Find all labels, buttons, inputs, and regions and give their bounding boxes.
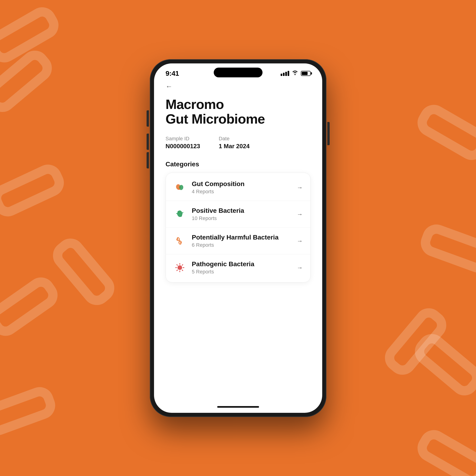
category-potentially-harmful[interactable]: Potentially Harmful Bacteria 6 Reports → (166, 228, 310, 254)
categories-title: Categories (166, 161, 311, 168)
svg-point-2 (178, 188, 180, 190)
gut-composition-count: 4 Reports (192, 189, 297, 195)
svg-point-4 (177, 211, 179, 213)
potentially-harmful-icon (173, 234, 186, 247)
positive-bacteria-name: Positive Bacteria (192, 207, 297, 214)
svg-line-7 (182, 212, 183, 213)
potentially-harmful-arrow: → (297, 238, 303, 245)
date-block: Date 1 Mar 2024 (219, 136, 250, 150)
svg-line-14 (177, 265, 177, 265)
home-indicator (217, 406, 259, 408)
date-label: Date (219, 136, 250, 142)
page-title: Macromo Gut Microbiome (166, 97, 311, 127)
dynamic-island (214, 68, 262, 77)
positive-bacteria-icon (173, 208, 186, 221)
pathogenic-bacteria-arrow: → (297, 264, 303, 271)
svg-point-9 (177, 265, 182, 270)
sample-info: Sample ID N000000123 Date 1 Mar 2024 (166, 136, 311, 150)
gut-composition-icon (173, 181, 186, 194)
gut-composition-text: Gut Composition 4 Reports (192, 180, 297, 195)
svg-point-5 (180, 215, 182, 217)
sample-id-value: N000000123 (166, 143, 200, 150)
svg-line-15 (182, 270, 183, 271)
date-value: 1 Mar 2024 (219, 143, 250, 150)
pathogenic-bacteria-count: 5 Reports (192, 269, 297, 275)
svg-line-16 (182, 265, 183, 265)
sample-id-label: Sample ID (166, 136, 200, 142)
back-button[interactable]: ← (166, 83, 173, 90)
screen-content: ← Macromo Gut Microbiome Sample ID N0000… (154, 79, 322, 403)
pathogenic-bacteria-name: Pathogenic Bacteria (192, 260, 297, 268)
phone-screen: 9:41 ← (154, 63, 322, 413)
potentially-harmful-name: Potentially Harmful Bacteria (192, 234, 297, 241)
potentially-harmful-count: 6 Reports (192, 242, 297, 248)
status-bar: 9:41 (154, 63, 322, 79)
title-line1: Macromo (166, 97, 311, 112)
phone-frame: 9:41 ← (150, 59, 326, 417)
positive-bacteria-text: Positive Bacteria 10 Reports (192, 207, 297, 221)
wifi-icon (292, 70, 298, 76)
gut-composition-arrow: → (297, 184, 303, 191)
gut-composition-name: Gut Composition (192, 180, 297, 188)
pathogenic-bacteria-text: Pathogenic Bacteria 5 Reports (192, 260, 297, 275)
status-icons (281, 70, 311, 76)
back-arrow-icon: ← (166, 83, 173, 90)
positive-bacteria-arrow: → (297, 211, 303, 218)
pathogenic-bacteria-icon (173, 261, 186, 274)
signal-icon (281, 71, 289, 76)
battery-icon (301, 71, 311, 76)
svg-line-17 (177, 270, 177, 271)
category-gut-composition[interactable]: Gut Composition 4 Reports → (166, 174, 310, 201)
status-time: 9:41 (166, 69, 179, 77)
category-pathogenic-bacteria[interactable]: Pathogenic Bacteria 5 Reports → (166, 254, 310, 281)
title-line2: Gut Microbiome (166, 112, 311, 126)
positive-bacteria-count: 10 Reports (192, 215, 297, 221)
potentially-harmful-text: Potentially Harmful Bacteria 6 Reports (192, 234, 297, 248)
categories-card: Gut Composition 4 Reports → (166, 173, 311, 283)
svg-point-8 (179, 240, 181, 242)
category-positive-bacteria[interactable]: Positive Bacteria 10 Reports → (166, 201, 310, 228)
sample-id-block: Sample ID N000000123 (166, 136, 200, 150)
